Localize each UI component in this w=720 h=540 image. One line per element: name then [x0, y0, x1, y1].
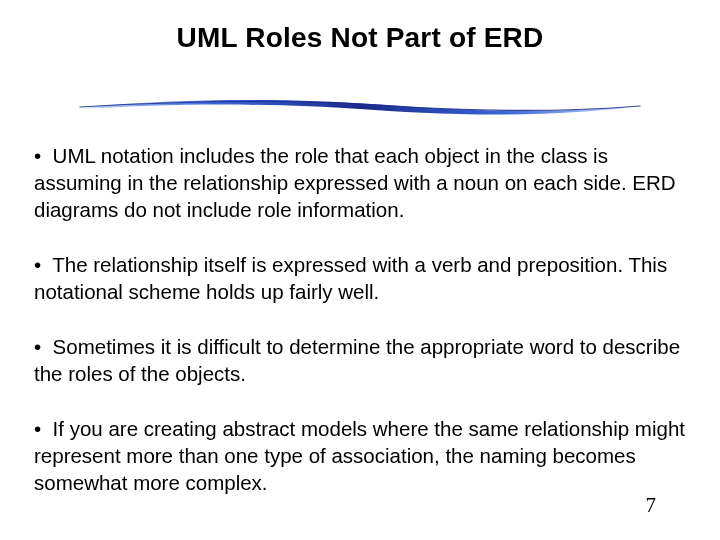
list-item: • Sometimes it is difficult to determine…	[34, 333, 696, 387]
list-item: • If you are creating abstract models wh…	[34, 415, 696, 496]
divider-swoosh	[70, 96, 650, 118]
bullet-marker: •	[34, 253, 41, 276]
bullet-text: If you are creating abstract models wher…	[34, 417, 685, 494]
bullet-list: • UML notation includes the role that ea…	[34, 142, 696, 496]
bullet-marker: •	[34, 144, 41, 167]
bullet-text: Sometimes it is difficult to determine t…	[34, 335, 680, 385]
slide: UML Roles Not Part of ERD • UML notation…	[0, 0, 720, 540]
list-item: • UML notation includes the role that ea…	[34, 142, 696, 223]
list-item: • The relationship itself is expressed w…	[34, 251, 696, 305]
page-number: 7	[646, 493, 657, 518]
bullet-text: UML notation includes the role that each…	[34, 144, 676, 221]
slide-title: UML Roles Not Part of ERD	[0, 22, 720, 54]
bullet-marker: •	[34, 417, 41, 440]
bullet-marker: •	[34, 335, 41, 358]
bullet-text: The relationship itself is expressed wit…	[34, 253, 667, 303]
